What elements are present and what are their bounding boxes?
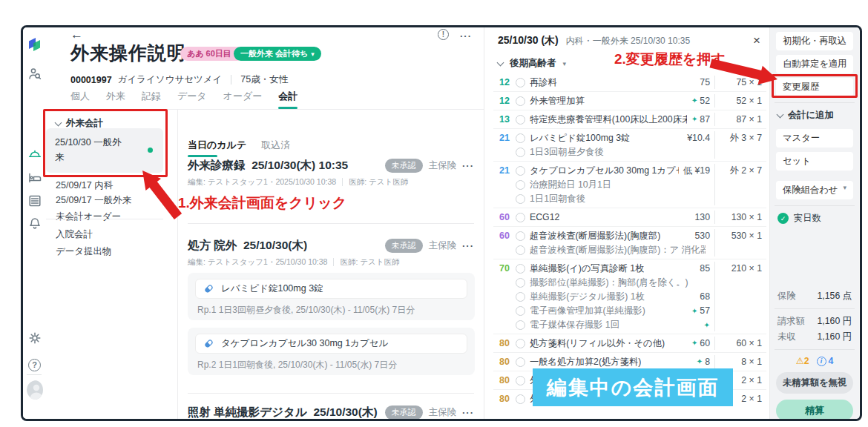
billing-row-7[interactable]: 70単純撮影(イ)の写真診断 1枚85撮影部位(単純撮影)：胸部(肩を除く。)単…: [493, 259, 766, 334]
more-menu-icon[interactable]: ···: [460, 30, 472, 42]
close-icon[interactable]: ×: [753, 33, 760, 48]
item-checkbox[interactable]: [516, 264, 525, 274]
actual-days-row[interactable]: ✓ 実日数: [777, 212, 853, 225]
insurance-label: 主保険: [429, 406, 457, 419]
item-checkbox[interactable]: [516, 292, 525, 302]
item-checkbox[interactable]: [516, 394, 525, 404]
ignore-unsettled-button[interactable]: 未精算額を無視: [776, 372, 853, 394]
item-checkbox[interactable]: [516, 78, 525, 87]
apply-auto-calc-button[interactable]: 自動算定を適用: [776, 55, 853, 73]
item-points: 8 × 1: [714, 355, 766, 368]
item-checkbox[interactable]: [516, 320, 525, 330]
settle-button[interactable]: 精算: [776, 400, 853, 421]
rx-drug-row[interactable]: タケプロンカプセル30 30mg 1カプセル: [195, 334, 467, 354]
insurance-combo-button[interactable]: 保険組合わせ ▾: [776, 181, 853, 199]
subnav-item-2[interactable]: 未会計オーダー: [56, 211, 121, 223]
item-checkbox[interactable]: [516, 357, 525, 367]
item-checkbox[interactable]: [516, 194, 525, 204]
karte-tab-1[interactable]: 取込済: [261, 139, 290, 157]
item-checkbox[interactable]: [516, 115, 525, 125]
item-checkbox[interactable]: [516, 306, 525, 316]
item-checkbox[interactable]: [516, 278, 525, 288]
item-checkbox[interactable]: [516, 166, 525, 176]
settings-gear-icon[interactable]: [27, 330, 43, 346]
item-checkbox[interactable]: [516, 96, 525, 106]
billing-row-4[interactable]: 21タケプロンカプセル30 30mg 1カプセル低 ¥19治療開始日 10月1日…: [493, 161, 766, 208]
more-menu-icon[interactable]: ···: [462, 240, 474, 251]
item-checkbox[interactable]: [516, 231, 525, 241]
insurance-label: 主保険: [429, 239, 457, 252]
subnav-item2-1[interactable]: データ提出物: [56, 245, 112, 258]
main-tab-0[interactable]: 個人: [70, 90, 90, 109]
patient-search-icon[interactable]: [27, 66, 43, 82]
init-reload-button[interactable]: 初期化・再取込: [776, 32, 853, 50]
card-divider: [188, 223, 474, 224]
item-checkbox[interactable]: [516, 245, 525, 255]
main-tab-3[interactable]: データ: [177, 90, 207, 109]
billing-code: 21: [493, 164, 510, 205]
subnav-item2-0[interactable]: 入院会計: [56, 228, 93, 241]
billing-row-5[interactable]: 60ECG12130130 × 1: [493, 208, 766, 226]
item-checkbox[interactable]: [516, 339, 525, 348]
reception-bell-icon[interactable]: [27, 146, 43, 162]
main-tab-2[interactable]: 記録: [142, 90, 161, 109]
rx-group-2: タケプロンカプセル30 30mg 1カプセル Rp.2 1日1回朝食後, 25/…: [188, 328, 475, 375]
alerts-row[interactable]: ⚠2 i4: [776, 356, 853, 366]
item-checkbox[interactable]: [516, 180, 525, 190]
doctor-name: 医師: テスト医師: [340, 257, 399, 268]
account-avatar[interactable]: [27, 382, 43, 398]
billing-row-3[interactable]: 21レバミピド錠100mg 3錠¥10.41日3回朝昼夕食後外 3 × 7: [493, 128, 766, 161]
item-price: ✦60: [691, 337, 710, 350]
billing-row-2[interactable]: 13特定疾患療養管理料(100床以上200床未満)✦8787 × 1: [493, 110, 766, 128]
patient-id-row: 00001997 ガイライソウサセツメイ 75歳・女性: [70, 73, 288, 86]
item-name: ECG12: [530, 211, 559, 224]
item-name: 超音波検査(断層撮影法)(胸腹部)：ア 消化器領域: [530, 244, 706, 256]
warning-icon: ⚠2: [796, 356, 809, 366]
notification-bell-icon[interactable]: [27, 216, 43, 232]
billing-row-6[interactable]: 60超音波検査(断層撮影法)(胸腹部)530超音波検査(断層撮影法)(胸腹部)：…: [493, 226, 766, 259]
billing-code: 80: [493, 355, 510, 368]
more-menu-icon[interactable]: ···: [462, 160, 474, 171]
auto-calc-sparkle-icon: ✦: [697, 355, 703, 368]
visit-status-badge[interactable]: 一般外来 会計待ち ▾: [234, 47, 321, 61]
add-to-billing-section[interactable]: 会計に追加: [777, 109, 853, 122]
inpatient-bed-icon[interactable]: [27, 170, 43, 186]
divider: [775, 205, 855, 206]
main-tab-4[interactable]: オーダー: [223, 90, 263, 109]
rx-drug-row[interactable]: レバミピド錠100mg 3錠: [195, 279, 467, 299]
comment-icon[interactable]: !: [438, 29, 449, 40]
main-tab-1[interactable]: 外来: [106, 90, 125, 109]
set-button[interactable]: セット: [776, 152, 853, 171]
main-tab-5[interactable]: 会計: [278, 90, 297, 109]
more-menu-icon[interactable]: ···: [462, 407, 474, 418]
item-checkbox[interactable]: [516, 213, 525, 222]
edited-by: 編集: テストスタッフ1・2025/10/30 10:38: [188, 177, 336, 188]
subnav-item-1[interactable]: 25/09/17 一般外来: [56, 194, 131, 207]
karte-tab-0[interactable]: 当日のカルテ: [188, 139, 246, 157]
billing-line: タケプロンカプセル30 30mg 1カプセル低 ¥19: [516, 164, 710, 177]
billing-line: 再診料75: [516, 76, 710, 89]
actual-days-label: 実日数: [794, 212, 821, 225]
drug-name: レバミピド錠100mg 3錠: [221, 282, 323, 295]
item-checkbox[interactable]: [516, 148, 525, 157]
divider: [231, 75, 231, 85]
billing-code: 80: [493, 392, 510, 406]
subnav-item-0[interactable]: 25/09/17 内科: [56, 179, 113, 192]
help-icon[interactable]: ?: [27, 357, 43, 373]
billing-row-1[interactable]: 12外来管理加算✦5252 × 1: [493, 91, 766, 110]
item-points: 60 × 1: [714, 337, 766, 350]
item-price-value: 530: [694, 229, 710, 242]
item-checkbox[interactable]: [516, 376, 525, 385]
patient-id: 00001997: [70, 75, 112, 85]
records-list-icon[interactable]: [27, 193, 43, 209]
insurer-dropdown[interactable]: 後期高齢者 ▾: [498, 57, 566, 70]
back-arrow-icon[interactable]: ←: [70, 27, 83, 42]
billing-lines: レバミピド錠100mg 3錠¥10.41日3回朝昼夕食後: [510, 131, 714, 159]
item-name: 処方箋料(リフィル以外・その他): [530, 337, 665, 350]
billing-line: 電子画像管理加算(単純撮影)✦57: [516, 305, 710, 317]
item-price: ¥10.4: [687, 131, 710, 145]
master-button[interactable]: マスター: [776, 129, 853, 148]
item-checkbox[interactable]: [516, 133, 525, 143]
billing-row-8[interactable]: 80処方箋料(リフィル以外・その他)✦6060 × 1: [493, 334, 766, 352]
item-price: 低 ¥19: [683, 164, 710, 177]
